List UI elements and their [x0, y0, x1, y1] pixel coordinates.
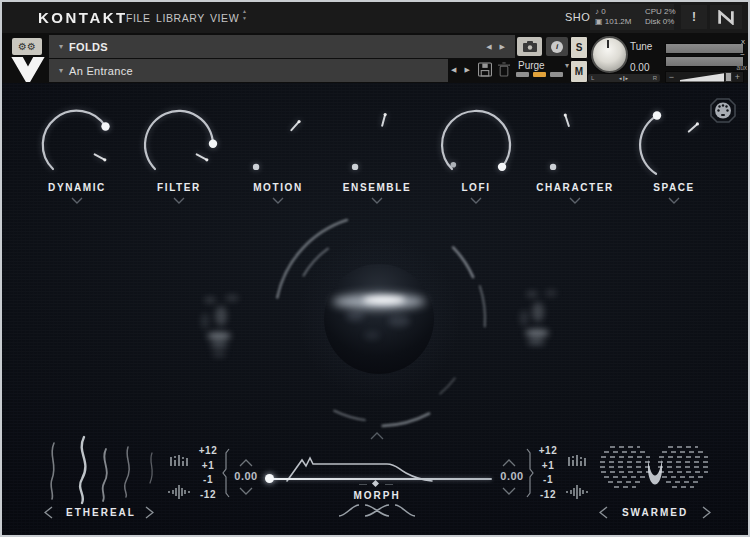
- purge-led-indicators: [516, 72, 563, 77]
- morph-label: MORPH: [327, 490, 427, 501]
- morph-center-dash: [385, 484, 393, 485]
- tune-knob[interactable]: [591, 36, 628, 73]
- multi-rack-bar[interactable]: ▾ FOLDS ◀▶: [49, 35, 515, 58]
- led-middle: [533, 72, 546, 77]
- chevron-down-icon[interactable]: [569, 197, 581, 204]
- menu-file[interactable]: FILE: [126, 12, 151, 24]
- ni-logo[interactable]: [710, 5, 742, 29]
- semitone-plus1[interactable]: +1: [535, 460, 561, 475]
- save-icon[interactable]: [478, 62, 492, 77]
- swarmed-visual[interactable]: [596, 437, 714, 511]
- level-meter-right: [665, 56, 744, 67]
- purge-dropdown[interactable]: Purge ▾: [515, 60, 569, 71]
- instrument-header: ⚙⚙ ▾ FOLDS ◀▶ i ▾ An Entrance ◀▶: [2, 33, 748, 83]
- ensemble-knob[interactable]: [332, 100, 422, 190]
- ethereal-value-up-button[interactable]: [239, 459, 253, 467]
- dynamic-knob[interactable]: [32, 100, 122, 190]
- curve-fall-icon[interactable]: [394, 504, 416, 517]
- ethereal-next-button[interactable]: [145, 506, 154, 519]
- multi-nav-arrows[interactable]: ◀▶: [486, 43, 513, 51]
- titlebar: KONTAKT FILE LIBRARY VIEW ▲▼ SHOP ♪ 0▣ 1…: [2, 2, 748, 34]
- swarmed-semitone-options[interactable]: +12 +1 -1 -12: [535, 445, 561, 503]
- volume-wedge-icon: [680, 73, 724, 82]
- morph-center-dash: [359, 484, 367, 485]
- size-stepper[interactable]: ▲▼: [242, 9, 247, 21]
- lofi-knob[interactable]: [431, 100, 521, 190]
- ethereal-visual[interactable]: [40, 435, 166, 505]
- curve-rise-icon[interactable]: [338, 504, 360, 517]
- crossfade-icon[interactable]: [364, 504, 390, 517]
- chevron-down-icon[interactable]: [173, 197, 185, 204]
- menu-library[interactable]: LIBRARY: [156, 12, 205, 24]
- swarmed-prev-button[interactable]: [599, 506, 608, 519]
- spread-icon[interactable]: [168, 484, 190, 500]
- tune-label: Tune: [630, 41, 652, 52]
- menu-view[interactable]: VIEW: [210, 12, 239, 24]
- instrument-options-button[interactable]: ⚙⚙: [12, 38, 42, 55]
- patch-nav-arrows[interactable]: ◀▶: [451, 66, 478, 74]
- solo-button[interactable]: S: [570, 36, 588, 59]
- ethereal-semitone-options[interactable]: +12 +1 -1 -12: [195, 445, 221, 503]
- swarmed-value-up-button[interactable]: [502, 459, 516, 467]
- cpu-disk-readout: CPU 2%Disk 0%: [645, 7, 676, 27]
- semitone-plus12[interactable]: +12: [195, 445, 221, 460]
- knob-label-space: SPACE: [614, 182, 734, 193]
- semitone-plus12[interactable]: +12: [535, 445, 561, 460]
- instrument-panel: DYNAMIC FILTER MOTION ENSEMBLE LOFI CHAR…: [2, 83, 748, 537]
- chevron-down-icon: ▾: [59, 42, 63, 51]
- camera-icon: [522, 41, 538, 53]
- chevron-down-icon[interactable]: [668, 197, 680, 204]
- filter-knob[interactable]: [134, 100, 224, 190]
- volume-handle[interactable]: [725, 72, 732, 82]
- ethereal-tune-value[interactable]: 0.00: [226, 470, 266, 482]
- space-knob[interactable]: [629, 100, 719, 190]
- ethereal-label: ETHEREAL: [57, 507, 145, 518]
- system-stats-panel: ♪ 0▣ 101.2M CPU 2%Disk 0%: [590, 4, 674, 30]
- harmonics-icon[interactable]: [566, 452, 588, 468]
- info-button[interactable]: i: [546, 37, 568, 56]
- ethereal-prev-button[interactable]: [44, 506, 53, 519]
- pan-center-icon: ◂❙▸: [619, 75, 628, 81]
- semitone-minus12[interactable]: -12: [195, 489, 221, 504]
- kontakt-logo: KONTAKT: [38, 10, 128, 26]
- semitone-minus1[interactable]: -1: [195, 474, 221, 489]
- morph-panel-up-chevron[interactable]: [370, 432, 384, 440]
- level-meter-left: [665, 43, 744, 54]
- mute-button[interactable]: M: [570, 60, 588, 83]
- character-knob[interactable]: [530, 100, 620, 190]
- minimize-button[interactable]: −: [740, 51, 745, 59]
- pan-slider[interactable]: L ◂❙▸ R: [588, 74, 660, 82]
- semitone-minus1[interactable]: -1: [535, 474, 561, 489]
- voices-memory-readout: ♪ 0▣ 101.2M: [595, 7, 631, 27]
- aux-button[interactable]: aux: [737, 64, 747, 72]
- remove-instrument-button[interactable]: x: [741, 38, 745, 46]
- instrument-logo: [10, 56, 46, 83]
- volume-slider[interactable]: − +: [665, 71, 744, 83]
- ethereal-value-down-button[interactable]: [239, 487, 253, 495]
- chevron-down-icon[interactable]: [71, 197, 83, 204]
- chevron-down-icon: ▾: [59, 66, 63, 75]
- snapshot-camera-button[interactable]: [517, 37, 542, 56]
- volume-plus[interactable]: +: [732, 73, 743, 82]
- alert-button[interactable]: !: [681, 5, 707, 29]
- harmonics-icon[interactable]: [168, 452, 190, 468]
- chevron-down-icon: ▾: [565, 61, 569, 70]
- info-icon: i: [551, 41, 563, 53]
- orb-ring-segments: [249, 197, 509, 447]
- morph-slider-track[interactable]: [269, 478, 492, 480]
- up-arrow-icon: ▲: [242, 9, 247, 14]
- pan-right-label: R: [653, 75, 657, 81]
- swarmed-next-button[interactable]: [702, 506, 711, 519]
- ghost-face-right: [504, 270, 584, 360]
- semitone-minus12[interactable]: -12: [535, 489, 561, 504]
- semitone-plus1[interactable]: +1: [195, 460, 221, 475]
- trash-icon[interactable]: [498, 62, 510, 77]
- patch-bar[interactable]: ▾ An Entrance: [49, 59, 448, 82]
- volume-minus[interactable]: −: [666, 73, 677, 82]
- swarmed-value-down-button[interactable]: [502, 487, 516, 495]
- led-right: [550, 72, 563, 77]
- morph-slider-handle[interactable]: [265, 474, 274, 483]
- spread-icon[interactable]: [566, 484, 588, 500]
- motion-knob[interactable]: [233, 100, 323, 190]
- tune-value: 0.00: [630, 62, 649, 73]
